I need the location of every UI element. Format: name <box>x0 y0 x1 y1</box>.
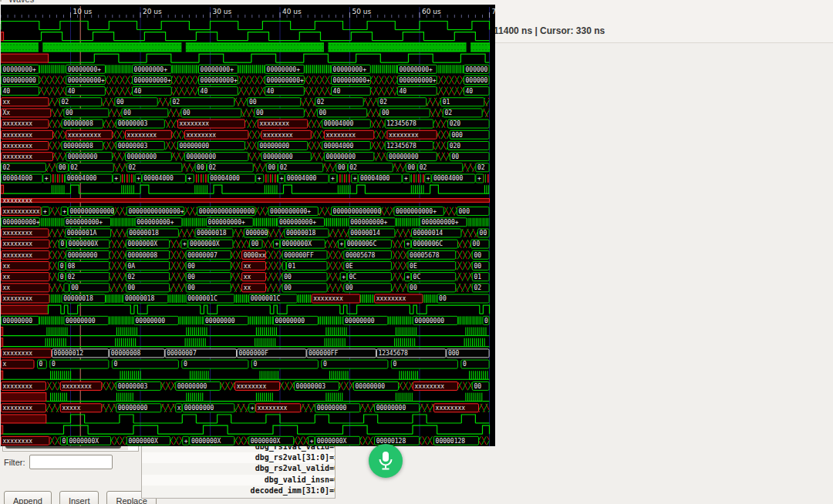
svg-text:0: 0 <box>484 318 488 324</box>
insert-button[interactable]: Insert <box>59 491 99 504</box>
waves-vertical-scrollbar[interactable] <box>0 24 1 447</box>
svg-text:+: + <box>331 175 335 182</box>
wave-row-dbg_insn_addr[interactable]: xxxxxxxx0000001A000000180000001800000000… <box>1 229 489 237</box>
svg-text:xxxxxxxx: xxxxxxxx <box>436 405 466 412</box>
svg-text:00000000: 00000000 <box>177 383 207 390</box>
wave-row-dbg_mem_wdata[interactable]: xxxxxxxx0000001200000008000000070000000F… <box>1 349 489 358</box>
svg-text:x: x <box>177 405 181 412</box>
svg-text:0C: 0C <box>349 274 356 281</box>
wave-row-cpuregs_rs2[interactable]: xxxxxxxx00000000000000000000000000000000… <box>1 153 489 161</box>
svg-text:000000000+: 000000000+ <box>267 77 304 84</box>
svg-text:00000003: 00000003 <box>118 143 148 150</box>
svg-text:00000000+: 00000000+ <box>134 66 168 73</box>
wave-row-dbg_rs2val[interactable]: xxxxxxxxxxxxx00000000x00000000+xxxxxxxx0… <box>1 404 489 412</box>
svg-text:30 us: 30 us <box>213 8 232 15</box>
svg-text:020: 020 <box>450 143 461 150</box>
svg-text:40 us: 40 us <box>282 8 302 15</box>
svg-text:00: 00 <box>187 284 195 291</box>
svg-text:xxxxxxxx: xxxxxxxx <box>3 120 33 127</box>
svg-text:00004000: 00004000 <box>360 175 390 182</box>
wave-row-clk[interactable] <box>1 42 490 52</box>
svg-text:00000018: 00000018 <box>129 230 159 237</box>
wave-row-dbg_rs1val[interactable]: xxxxxxxxxxxxxxxx0000000300000000xxxxxxxx… <box>1 381 489 390</box>
svg-text:xxxxxxxx: xxxxxxxx <box>3 350 33 357</box>
signal-label-dbg_rs2val_valid[interactable]: dbg_rs2val_valid=0 <box>142 463 336 474</box>
svg-text:0000000X: 0000000X <box>128 240 158 247</box>
svg-text:02: 02 <box>172 99 180 106</box>
svg-text:0E: 0E <box>346 263 353 270</box>
svg-text:xxxxxxxx: xxxxxxxx <box>326 132 356 139</box>
svg-text:00000000000000+: 00000000000000+ <box>128 208 184 215</box>
wave-row-dbg_insn_rd[interactable]: xx0080A00xx010E0E00 <box>1 261 489 270</box>
wave-row-dbg_mem_addr[interactable]: xxxxxxxx00000018000000180000001C0000001C… <box>1 294 489 303</box>
svg-text:00000000: 00000000 <box>263 153 293 160</box>
wave-row-dbg_insn_imm[interactable]: xxxxxxxx00000000X0000000X+0000000X00+000… <box>1 240 489 248</box>
wave-row-cpuregs_waddr[interactable]: 02000202000200020002000202 <box>1 163 489 172</box>
svg-text:00: 00 <box>338 164 346 171</box>
svg-text:000000000+: 000000000+ <box>137 219 174 226</box>
svg-text:0000000X: 0000000X <box>317 438 347 445</box>
svg-text:0000xx: 0000xx <box>244 252 266 259</box>
svg-text:00000008: 00000008 <box>63 143 93 150</box>
svg-text:xx: xx <box>3 274 11 281</box>
svg-text:00000018: 00000018 <box>125 295 155 302</box>
wave-row-dbg_mem_rdata[interactable]: 0000000000000000000000000000000000000000… <box>1 316 489 324</box>
svg-text:000000000+: 000000000+ <box>279 219 316 226</box>
signal-label-decoded_imm[31:0][interactable]: decoded_imm[31:0]=0 <box>142 486 336 496</box>
svg-text:000000000+: 000000000+ <box>422 219 459 226</box>
svg-text:00000000: 00000000 <box>317 405 347 412</box>
svg-text:00: 00 <box>410 284 417 291</box>
svg-text:00: 00 <box>187 274 195 281</box>
svg-text:+: + <box>406 274 410 281</box>
svg-text:40: 40 <box>466 88 474 95</box>
wave-row-cpuregs_rs1[interactable]: xxxxxxxx00000008000000030000000000000000… <box>1 141 489 150</box>
svg-text:02: 02 <box>477 164 485 171</box>
svg-text:00: 00 <box>268 164 275 171</box>
svg-text:0000000X: 0000000X <box>251 438 281 445</box>
wave-row-cpuregs_wrdata[interactable]: 00004000+00004000++00004000+00004000++00… <box>1 174 489 183</box>
svg-text:00004000: 00004000 <box>324 120 354 127</box>
wave-row-decoded_imm[interactable]: xxxxxxxx00000000X0000000X+0000000X000000… <box>1 436 489 445</box>
wave-row-dbg_ascii_instr[interactable]: xxxxxxxxxx++00000000000000000000000000+0… <box>1 207 489 216</box>
svg-text:00000000+: 00000000+ <box>201 66 234 73</box>
wave-row-dbg_insn_opcode[interactable]: xxxxxxxx0000000000000008000000070000xx00… <box>1 250 489 259</box>
signal-label-dbg_valid_insn[interactable]: dbg_valid_insn=0 <box>142 475 336 486</box>
svg-text:00: 00 <box>473 240 481 247</box>
svg-text:00000007: 00000007 <box>167 350 197 357</box>
wave-row-dbg_insn_rs2[interactable]: xx000000xx00000002 <box>1 284 489 292</box>
svg-text:00000018: 00000018 <box>286 230 316 237</box>
svg-text:xxxxx: xxxxx <box>62 405 80 412</box>
svg-text:+: + <box>310 438 314 445</box>
wave-row-dbg_insn_rs1[interactable]: xx0020200xx00+0C+0C01 <box>1 273 489 281</box>
svg-text:00000128: 00000128 <box>436 438 466 445</box>
svg-text:00: 00 <box>256 109 264 116</box>
microphone-button[interactable] <box>369 444 403 478</box>
svg-text:00000000: 00000000 <box>326 153 356 160</box>
wave-row-cpu_state[interactable]: 4040404040404040 <box>1 87 489 96</box>
wave-row-dbg_ascii_state[interactable]: 000000000+000000000+000000000+000000000+… <box>1 218 489 227</box>
svg-text:20 us: 20 us <box>143 8 162 15</box>
svg-text:00: 00 <box>249 99 257 106</box>
wave-row-cpuregs_rdata2[interactable]: xxxxxxxxxxxxxxxxxxxxxxxxxxxxxxxxxxxxxxxx… <box>1 130 489 139</box>
wave-row-cpuregs_rdata1[interactable]: xxxxxxxx0000000800000003xxxxxxxxxxxxxxxx… <box>1 119 489 128</box>
append-button[interactable]: Append <box>4 491 52 504</box>
svg-text:xxxxxxxx: xxxxxxxx <box>389 132 419 139</box>
wave-row-dbg_mem_wstrb[interactable]: x00000000 <box>1 360 489 368</box>
svg-text:+: + <box>137 175 140 182</box>
microphone-icon <box>377 451 394 471</box>
svg-text:xxxxxxxx: xxxxxxxx <box>237 383 267 390</box>
svg-text:00: 00 <box>284 274 292 281</box>
wave-row-cpuregs_raddr1[interactable]: xx02000200020201 <box>1 98 489 106</box>
wave-row-count_instr[interactable]: 000000000000000000+000000000+000000000+0… <box>1 76 489 84</box>
svg-text:40: 40 <box>267 88 275 95</box>
svg-text:xxxxxxxx: xxxxxxxx <box>3 252 33 259</box>
svg-text:xxxxxxxx: xxxxxxxx <box>415 383 445 390</box>
svg-text:40: 40 <box>333 88 341 95</box>
wave-row-count_cycle[interactable]: 00000000+00000000+00000000+00000000+0000… <box>1 65 489 73</box>
filter-input[interactable] <box>29 455 113 469</box>
svg-text:+: + <box>427 175 430 182</box>
signal-label-dbg_rs2val[31:0][interactable]: dbg_rs2val[31:0]=x <box>142 452 336 463</box>
wave-row-cpuregs_raddr2[interactable]: Xx00000000000002 <box>1 109 489 117</box>
svg-text:0000000X: 0000000X <box>190 240 220 247</box>
svg-text:00000003: 00000003 <box>296 383 326 390</box>
